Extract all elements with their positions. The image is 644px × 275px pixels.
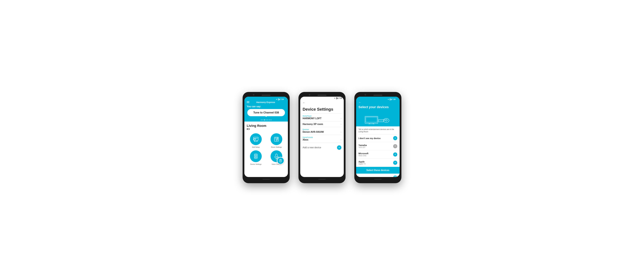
- chevron-1: ›: [341, 117, 342, 120]
- chevron-4: ›: [341, 138, 342, 141]
- phone1-body: Living Room: [244, 122, 288, 177]
- svg-line-1: [254, 140, 255, 142]
- phone1-bottom: [244, 177, 288, 181]
- add-device-button[interactable]: +: [337, 145, 342, 150]
- device-name-row-1: HARMONY LOFT ›: [302, 117, 342, 120]
- phone2-home-bar: [318, 179, 326, 179]
- svg-point-14: [256, 157, 257, 157]
- speech-bubble-text: Tune to Channel 038: [253, 111, 279, 114]
- phone1-header: ▾ ▐ ▮ 7:29 Harmony Express You can say: …: [244, 97, 288, 122]
- phone-2: ▾ ▐ ▮ 7:29 ← Device Settings MediaPlayer…: [298, 92, 346, 183]
- phone3-bottom: [356, 177, 400, 181]
- hamburger-icon[interactable]: [247, 101, 249, 103]
- phone2-time: 7:29: [339, 97, 342, 99]
- phone1-status-icons: ▾ ▐ ▮: [276, 98, 280, 100]
- device-name-row-2: Harmony XP room ›: [302, 123, 342, 126]
- svg-point-9: [277, 138, 278, 138]
- dot-4[interactable]: [266, 119, 266, 120]
- svg-line-2: [257, 140, 257, 142]
- svg-rect-11: [255, 155, 257, 156]
- phone1-time: 7:29: [280, 98, 284, 100]
- phone3-screen: ▾ ▐ ▮ 7:29 ← Select your devices: [356, 97, 400, 177]
- apple-add-btn[interactable]: +: [393, 161, 397, 165]
- phone2-camera: [309, 94, 310, 96]
- svg-rect-16: [276, 154, 277, 157]
- dot-7[interactable]: [270, 119, 272, 120]
- device-option-apple[interactable]: Apple Apple TV +: [356, 159, 400, 167]
- device-name-row-3: Denon AVR-S910W ›: [302, 131, 342, 133]
- phone1-screen: ▾ ▐ ▮ 7:29 Harmony Express You can say: …: [244, 97, 288, 177]
- device-category-1: MediaPlayer: [302, 115, 342, 117]
- apple-sub: Apple TV: [358, 163, 366, 165]
- menu-item-room-settings[interactable]: Room Settings: [267, 133, 286, 148]
- select-devices-button[interactable]: Select these devices: [356, 167, 400, 174]
- chevron-3: ›: [341, 131, 342, 133]
- wifi-icon-2: ▾: [334, 97, 335, 99]
- phone2-bottom: [300, 177, 344, 181]
- remote-mini-icon: [279, 159, 282, 162]
- device-item-xbox[interactable]: GameConsole Xbox ›: [300, 135, 344, 143]
- phone2-status-bar: ▾ ▐ ▮ 7:29: [300, 97, 344, 100]
- room-title: Living Room: [247, 124, 286, 128]
- yamaha-info: Yamaha YAS-107: [358, 144, 367, 148]
- phone2-status-icons: ▾ ▐ ▮: [334, 97, 338, 99]
- phone3-header: ▾ ▐ ▮ 7:29 ← Select your devices: [356, 97, 400, 112]
- device-option-denon[interactable]: Denon +: [356, 174, 400, 177]
- yamaha-add-btn[interactable]: +: [393, 144, 397, 148]
- denon-info: Denon: [358, 176, 365, 177]
- microsoft-name: Microsoft: [358, 152, 368, 155]
- menu-item-edit-setup[interactable]: Edit Setup: [247, 133, 265, 148]
- device-illustration: [356, 112, 400, 126]
- device-option-yamaha[interactable]: Yamaha YAS-107 +: [356, 142, 400, 150]
- device-name-4: Xbox: [302, 138, 308, 141]
- device-item-harmony-xp[interactable]: Harmony XP room ›: [300, 121, 344, 127]
- phone3-status-icons: ▾ ▐ ▮: [388, 98, 392, 100]
- wifi-icon-3: ▾: [388, 98, 389, 100]
- svg-point-15: [256, 157, 256, 158]
- no-device-add-btn[interactable]: +: [393, 136, 397, 140]
- add-device-row[interactable]: Add a new device +: [300, 143, 344, 152]
- dot-3[interactable]: [264, 119, 265, 120]
- chevron-2: ›: [341, 123, 342, 126]
- denon-add-btn[interactable]: +: [393, 175, 397, 177]
- svg-point-12: [256, 156, 256, 157]
- edit-setup-icon-circle: [250, 133, 262, 145]
- device-option-no-device[interactable]: I don't see my device +: [356, 134, 400, 142]
- apple-info: Apple Apple TV: [358, 160, 366, 165]
- menu-item-device-settings[interactable]: Device Settings: [247, 150, 265, 165]
- dot-2[interactable]: [262, 119, 263, 120]
- remote-floating-button[interactable]: [277, 157, 284, 164]
- microsoft-sub: Xbox One: [358, 155, 368, 157]
- device-option-microsoft[interactable]: Microsoft Xbox One +: [356, 150, 400, 159]
- device-item-denon[interactable]: Receiver Denon AVR-S910W ›: [300, 127, 344, 135]
- yamaha-sub: YAS-107: [358, 146, 367, 148]
- room-settings-label: Room Settings: [271, 146, 282, 148]
- dot-5[interactable]: [267, 119, 268, 120]
- phone3-time: 7:29: [392, 98, 396, 100]
- dot-6[interactable]: [269, 119, 270, 120]
- phone2-page-title: Device Settings: [300, 106, 344, 113]
- phone2-back-button[interactable]: ←: [302, 101, 305, 104]
- speech-bubble: Tune to Channel 038: [247, 109, 285, 116]
- edit-setup-label: Edit Setup: [252, 146, 260, 148]
- room-icon: [273, 136, 280, 142]
- battery-icon-2: ▮: [337, 97, 338, 99]
- microsoft-add-btn[interactable]: +: [393, 152, 397, 157]
- phone3-back-button[interactable]: ←: [358, 101, 397, 104]
- svg-rect-23: [366, 117, 377, 122]
- battery-icon-3: ▮: [391, 98, 392, 100]
- you-can-say-label: You can say:: [247, 105, 286, 109]
- dot-1[interactable]: [261, 119, 262, 120]
- svg-point-13: [255, 157, 255, 157]
- tv-icon: [252, 136, 259, 142]
- svg-rect-5: [254, 139, 256, 140]
- room-settings-icon-circle: [270, 133, 282, 145]
- device-name-2: Harmony XP room: [302, 123, 323, 126]
- device-item-harmony-loft[interactable]: MediaPlayer HARMONY LOFT ›: [300, 114, 344, 121]
- device-name-row-4: Xbox ›: [302, 138, 342, 141]
- device-settings-label: Device Settings: [250, 163, 262, 165]
- phone3-body: Tell us which entertainment devices are …: [356, 126, 400, 177]
- entertainment-devices-svg: [363, 114, 392, 124]
- phones-container: ▾ ▐ ▮ 7:29 Harmony Express You can say: …: [242, 92, 402, 183]
- signal-icon-3: ▐: [389, 98, 390, 100]
